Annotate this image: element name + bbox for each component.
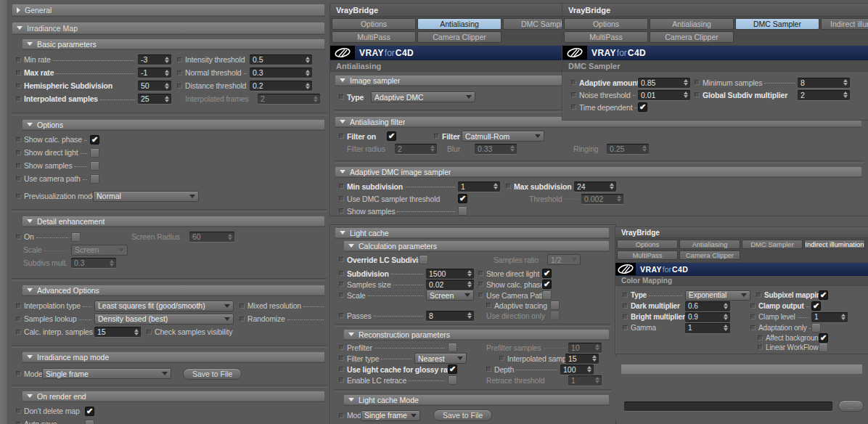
checkbox[interactable] bbox=[811, 301, 821, 311]
section-header-light-cache[interactable]: Light cache bbox=[335, 227, 610, 238]
checkbox[interactable] bbox=[90, 161, 99, 171]
number-field[interactable]: 25 bbox=[138, 94, 171, 104]
dropdown[interactable]: Least squares fit (good/smooth) bbox=[94, 301, 234, 311]
stepper[interactable] bbox=[840, 314, 847, 320]
number-field[interactable]: 8 bbox=[426, 311, 474, 321]
number-field[interactable]: 1 bbox=[811, 312, 848, 322]
section-header-detail-enhancement[interactable]: Detail enhancement bbox=[22, 216, 325, 227]
stepper[interactable] bbox=[466, 270, 473, 277]
dropdown[interactable]: Density based (best) bbox=[94, 314, 234, 325]
number-field[interactable]: 0.3 bbox=[71, 258, 116, 268]
number-field[interactable]: 1 bbox=[685, 323, 730, 333]
number-field[interactable]: 15 bbox=[94, 327, 141, 337]
checkbox[interactable] bbox=[90, 174, 99, 184]
checkbox[interactable] bbox=[550, 311, 560, 320]
number-field[interactable]: 2 bbox=[395, 144, 437, 154]
dropdown[interactable]: Adaptive DMC bbox=[371, 91, 475, 102]
tab-options[interactable]: Options bbox=[332, 18, 416, 30]
number-field[interactable]: 15 bbox=[565, 354, 599, 364]
stepper[interactable] bbox=[163, 83, 171, 89]
tab-indirect-illumination[interactable]: Indirect illumination bbox=[804, 240, 865, 249]
number-field[interactable]: 24 bbox=[574, 182, 616, 192]
number-field[interactable]: 0.33 bbox=[475, 144, 517, 154]
tab-antialiasing[interactable]: Antialiasing bbox=[679, 240, 740, 249]
checkbox[interactable] bbox=[448, 375, 457, 385]
save-to-file-button[interactable]: Save to File bbox=[183, 368, 242, 380]
section-header-options[interactable]: Options bbox=[22, 119, 325, 130]
tab-multipass[interactable]: MultiPass bbox=[564, 31, 648, 43]
checkbox[interactable] bbox=[819, 333, 828, 343]
tab-antialiasing[interactable]: Antialiasing bbox=[417, 18, 501, 30]
checkbox[interactable] bbox=[819, 343, 828, 352]
dropdown[interactable]: Normal bbox=[93, 191, 199, 202]
stepper[interactable] bbox=[722, 303, 729, 309]
stepper[interactable] bbox=[304, 70, 311, 76]
number-field[interactable]: -1 bbox=[138, 68, 171, 78]
checkbox[interactable] bbox=[448, 343, 457, 352]
tab-camera-clipper[interactable]: Camera Clipper bbox=[417, 31, 501, 43]
stepper[interactable] bbox=[466, 281, 473, 288]
stepper[interactable] bbox=[641, 145, 648, 152]
checkbox[interactable] bbox=[550, 301, 560, 310]
stepper[interactable] bbox=[509, 145, 516, 152]
section-header-on-render-end[interactable]: On render end bbox=[22, 391, 325, 401]
checkbox[interactable] bbox=[448, 364, 457, 374]
checkbox[interactable] bbox=[542, 269, 552, 278]
checkbox[interactable] bbox=[419, 255, 428, 264]
section-header-basic-parameters[interactable]: Basic parameters bbox=[22, 38, 325, 49]
stepper[interactable] bbox=[133, 329, 140, 335]
number-field[interactable]: 60 bbox=[189, 232, 234, 242]
number-field[interactable]: 0.3 bbox=[250, 68, 312, 78]
number-field[interactable]: 0.01 bbox=[638, 90, 690, 100]
stepper[interactable] bbox=[842, 91, 849, 98]
save-to-file-button[interactable]: Save to File bbox=[433, 409, 492, 421]
tab-dmc-sampler[interactable]: DMC Sampler bbox=[735, 18, 819, 30]
dropdown[interactable]: Catmull-Rom bbox=[462, 131, 544, 142]
stepper[interactable] bbox=[304, 57, 311, 63]
section-header-irradiance-map-mode[interactable]: Irradiance map mode bbox=[22, 351, 325, 362]
dropdown[interactable]: Single frame bbox=[42, 368, 171, 379]
section-header-irradiance-map[interactable]: Irradiance Map bbox=[12, 22, 325, 34]
number-field[interactable]: 100 bbox=[560, 364, 594, 375]
tab-options[interactable]: Options bbox=[564, 18, 648, 30]
stepper[interactable] bbox=[226, 234, 234, 240]
dropdown[interactable]: Single frame bbox=[361, 410, 420, 421]
number-field[interactable]: 1 bbox=[568, 375, 602, 386]
stepper[interactable] bbox=[163, 70, 171, 76]
tab-antialiasing[interactable]: Antialiasing bbox=[650, 18, 734, 30]
section-header-light-cache-mode[interactable]: Light cache Mode bbox=[343, 394, 610, 405]
number-field[interactable]: 50 bbox=[138, 81, 171, 91]
number-field[interactable]: 0.6 bbox=[685, 301, 730, 311]
stepper[interactable] bbox=[591, 355, 598, 362]
checkbox[interactable] bbox=[638, 102, 647, 112]
tab-multipass[interactable]: MultiPass bbox=[617, 250, 678, 260]
dropdown[interactable]: Nearest bbox=[414, 353, 467, 364]
checkbox[interactable] bbox=[387, 131, 396, 141]
number-field[interactable]: 0.25 bbox=[607, 144, 649, 154]
stepper[interactable] bbox=[608, 183, 615, 189]
stepper[interactable] bbox=[842, 79, 849, 86]
checkbox[interactable] bbox=[85, 407, 94, 416]
stepper[interactable] bbox=[108, 260, 115, 266]
checkbox[interactable] bbox=[90, 148, 99, 158]
stepper[interactable] bbox=[163, 96, 171, 102]
stepper[interactable] bbox=[682, 91, 689, 98]
stepper[interactable] bbox=[466, 312, 473, 319]
checkbox[interactable] bbox=[542, 280, 552, 289]
checkbox[interactable] bbox=[85, 420, 94, 424]
checkbox[interactable] bbox=[811, 323, 821, 333]
dropdown[interactable]: Screen bbox=[71, 245, 128, 256]
stepper[interactable] bbox=[722, 325, 729, 331]
tab-camera-clipper[interactable]: Camera Clipper bbox=[650, 31, 734, 43]
number-field[interactable]: 10 bbox=[568, 343, 602, 353]
tab-options[interactable]: Options bbox=[617, 240, 678, 249]
number-field[interactable]: 0.9 bbox=[685, 312, 730, 322]
number-field[interactable]: 0.5 bbox=[250, 54, 312, 65]
number-field[interactable]: 0.85 bbox=[638, 78, 690, 88]
stepper[interactable] bbox=[615, 195, 623, 202]
dropdown[interactable]: 1/2 bbox=[547, 254, 581, 265]
number-field[interactable]: 1 bbox=[458, 182, 500, 192]
number-field[interactable]: 0.02 bbox=[426, 280, 474, 290]
section-header-calculation-parameters[interactable]: Calculation parameters bbox=[343, 240, 610, 251]
browse-button[interactable]: ... bbox=[838, 400, 864, 412]
